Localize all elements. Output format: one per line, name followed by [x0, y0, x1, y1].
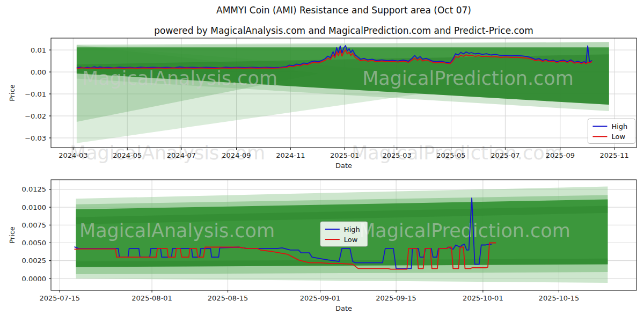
x-tick-label: 2024-09 — [222, 151, 251, 159]
x-tick-label: 2024-07 — [167, 151, 196, 159]
y-tick-label: −0.03 — [25, 134, 46, 142]
x-tick-label: 2025-08-01 — [131, 294, 172, 302]
watermark-text: MagicalAnalysis.com — [79, 220, 275, 241]
charts-canvas: MagicalAnalysis.comMagicalPrediction.com… — [0, 0, 644, 322]
y-tick-label: −0.01 — [25, 90, 46, 98]
figure: AMMYI Coin (AMI) Resistance and Support … — [0, 0, 644, 322]
watermark-text: MagicalPrediction.com — [359, 220, 570, 241]
x-tick-label: 2025-11 — [600, 151, 629, 159]
legend-label-high: High — [344, 225, 360, 233]
y-tick-label: 0.01 — [31, 46, 46, 54]
x-tick-label: 2024-05 — [113, 151, 142, 159]
y-tick-label: 0.0100 — [22, 203, 47, 211]
watermark-text: MagicalAnalysis.com — [82, 68, 277, 89]
y-axis-title: Price — [8, 84, 16, 101]
x-axis-title: Date — [335, 162, 352, 170]
y-tick-label: 0.0025 — [22, 257, 47, 265]
x-tick-label: 2025-10-01 — [463, 294, 503, 302]
y-axis-title: Price — [8, 226, 16, 244]
x-tick-label: 2025-09-15 — [376, 294, 416, 302]
x-tick-label: 2025-07 — [491, 151, 519, 159]
y-tick-label: 0.0075 — [22, 221, 47, 229]
x-tick-label: 2025-05 — [436, 151, 465, 159]
legend-label-low: Low — [344, 236, 358, 244]
x-tick-label: 2025-08-15 — [208, 294, 248, 302]
y-tick-label: −0.02 — [25, 112, 46, 120]
x-tick-label: 2025-09 — [546, 151, 575, 159]
x-tick-label: 2025-03 — [383, 151, 412, 159]
x-tick-label: 2025-01 — [330, 151, 359, 159]
x-tick-label: 2025-07-15 — [39, 294, 80, 302]
x-tick-label: 2024-11 — [276, 151, 305, 159]
x-axis-title: Date — [335, 304, 352, 312]
band-band-top-strip — [77, 42, 609, 47]
watermark-text: MagicalPrediction.com — [362, 68, 574, 89]
x-tick-label: 2024-03 — [58, 151, 87, 159]
x-tick-label: 2025-10-15 — [539, 294, 580, 302]
x-tick-label: 2025-09-01 — [300, 294, 341, 302]
legend-label-low: Low — [611, 133, 625, 141]
y-tick-label: 0.00 — [31, 68, 46, 76]
y-tick-label: 0.0125 — [22, 185, 47, 193]
y-tick-label: 0.0000 — [22, 275, 47, 283]
y-tick-label: 0.0050 — [22, 239, 47, 247]
legend-label-high: High — [611, 122, 627, 130]
